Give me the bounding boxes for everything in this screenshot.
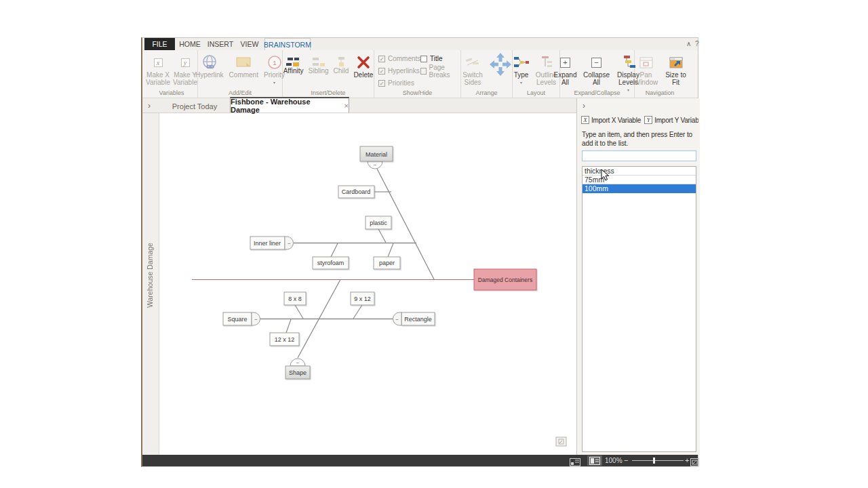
outline-levels-icon [540,54,553,71]
checkbox-priorities-box [378,80,385,87]
node-rectangle[interactable]: Rectangle − [393,312,435,325]
svg-text:styrofoam: styrofoam [317,260,344,266]
make-x-variable-button[interactable]: x Make X Variable [145,50,171,87]
map-title-vertical[interactable]: Warehouse Damage [146,207,154,343]
checkbox-title[interactable]: Title [420,54,460,63]
list-item-75mm[interactable]: 75mm [583,176,696,184]
node-8x8[interactable]: 8 x 8 [284,292,306,305]
comment-button[interactable]: Comment [229,50,258,85]
checkbox-comments[interactable]: Comments [378,54,420,63]
bone-plastic [378,229,386,243]
panel-collapse-icon[interactable]: › [583,101,585,110]
priority-button[interactable]: 1 Priority ▾ [264,50,285,85]
node-paper[interactable]: paper [374,257,400,269]
svg-text:paper: paper [379,260,395,266]
svg-text:1: 1 [273,60,276,66]
type-button[interactable]: Type ▾ [513,50,530,87]
outline-view-button[interactable] [570,457,580,469]
svg-text:Cardboard: Cardboard [342,188,371,195]
zoom-out-button[interactable]: − [624,456,628,464]
list-item-thickness[interactable]: thickness [583,167,696,176]
sibling-button[interactable]: Sibling [309,50,329,75]
doc-tab-fishbone[interactable]: Fishbone - Warehouse Damage × [230,97,349,113]
bone-9x12 [353,305,362,319]
tab-file[interactable]: FILE [144,38,175,50]
delete-button[interactable]: Delete [353,50,373,79]
material-collapse-icon[interactable]: − [374,162,377,168]
node-inner-liner[interactable]: Inner liner − [250,237,294,249]
svg-text:8 x 8: 8 x 8 [288,296,302,302]
y-variable-icon: y [181,58,190,67]
node-shape[interactable]: Shape [285,366,310,379]
node-square[interactable]: Square − [223,312,260,325]
pan-window-button[interactable]: Pan Window [633,50,660,87]
hyperlink-button[interactable]: Hyperlink [195,50,224,85]
node-plastic[interactable]: plastic [366,216,391,229]
move-arrows-icon [488,52,513,77]
tab-view[interactable]: VIEW [236,38,263,50]
node-material[interactable]: Material [360,146,393,161]
affinity-button[interactable]: Affinity [283,50,304,75]
tab-home[interactable]: HOME [175,38,205,50]
rectangle-collapse-icon[interactable]: − [395,317,399,323]
close-tab-icon[interactable]: × [344,102,349,110]
group-arrange: Switch Sides Arrange [461,50,513,98]
import-y-variable-button[interactable]: Y Import Y Variable [644,115,698,125]
type-dropdown-icon[interactable]: ▾ [520,80,522,85]
svg-text:Inner liner: Inner liner [254,240,281,247]
sidebar-expand-icon[interactable]: › [148,101,151,110]
tab-brainstorm[interactable]: BRAINSTORM [264,38,311,50]
checkbox-comments-box [378,56,385,62]
square-collapse-icon[interactable]: − [254,317,258,323]
priority-icon: 1 [267,54,282,71]
switch-sides-button[interactable]: Switch Sides [460,50,485,87]
item-list-panel: › X Import X Variable Y Import Y Variabl… [576,98,700,455]
inner-liner-collapse-icon[interactable]: − [288,241,291,247]
canvas-fit-widget[interactable] [556,437,566,446]
expand-plus-icon: + [560,58,570,68]
shape-collapse-icon[interactable]: − [296,360,300,366]
affinity-icon [286,56,301,67]
import-x-icon: X [581,116,589,124]
doc-tab-fishbone-label: Fishbone - Warehouse Damage [231,98,340,114]
move-arrows-control[interactable] [488,52,513,80]
zoom-slider-track[interactable] [632,460,684,461]
make-y-variable-button[interactable]: y Make Y Variable [172,50,198,87]
collapse-ribbon-icon[interactable]: ∧ [686,40,691,47]
node-styrofoam[interactable]: styrofoam [313,257,349,269]
zoom-in-button[interactable]: + [685,456,689,464]
svg-text:9 x 12: 9 x 12 [354,296,371,302]
group-expand-collapse: + Expand All − Collapse All Display Leve… [560,50,635,98]
hyperlink-globe-icon [201,54,218,71]
tab-insert[interactable]: INSERT [205,38,236,50]
node-12x12[interactable]: 12 x 12 [270,333,299,346]
doc-tab-project-today[interactable]: Project Today [164,100,225,113]
ribbon: x Make X Variable y Make Y Variable Vari… [142,50,698,98]
switch-sides-icon [465,54,481,71]
checkbox-page-breaks[interactable]: Page Breaks [420,66,460,75]
fit-to-window-button[interactable] [690,457,699,469]
group-show-hide: Comments Hyperlinks Priorities Title Pag… [374,50,461,98]
child-button[interactable]: Child [334,50,349,75]
map-view-button[interactable] [587,455,602,466]
collapse-all-button[interactable]: − Collapse All [583,50,610,92]
node-9x12[interactable]: 9 x 12 [351,292,374,305]
help-icon[interactable]: ? [695,40,699,47]
zoom-slider-thumb[interactable] [653,458,655,464]
checkbox-hyperlinks[interactable]: Hyperlinks [378,66,420,75]
bone-8x8 [295,305,303,319]
node-damaged-containers[interactable]: Damaged Containers [474,269,536,290]
priority-dropdown-icon[interactable]: ▾ [273,80,275,85]
node-cardboard[interactable]: Cardboard [338,186,374,198]
pan-window-icon [639,54,653,71]
expand-all-button[interactable]: + Expand All [553,50,578,92]
checkbox-priorities[interactable]: Priorities [378,79,420,87]
zoom-level: 100% [605,457,623,464]
group-navigation: Pan Window Size to Fit Navigation [635,50,685,98]
list-item-100mm[interactable]: 100mm [583,184,696,193]
size-to-fit-button[interactable]: Size to Fit [665,50,688,87]
add-item-input[interactable] [582,150,696,161]
svg-text:Rectangle: Rectangle [404,316,432,323]
ribbon-tab-bar: FILE HOME INSERT VIEW BRAINSTORM ∧ ? [142,38,698,50]
import-x-variable-button[interactable]: X Import X Variable [581,115,641,125]
